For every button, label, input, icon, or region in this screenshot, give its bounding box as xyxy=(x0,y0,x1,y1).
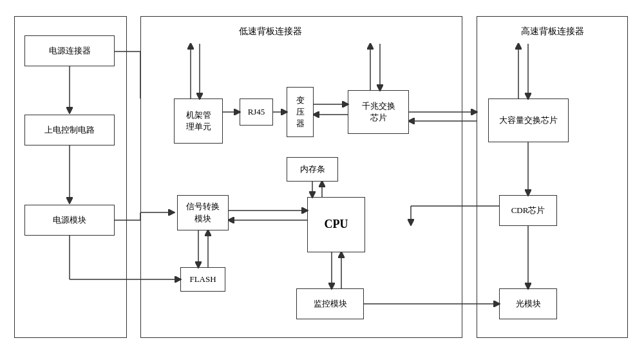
low-speed-backplane: 低速背板连接器 xyxy=(206,19,335,44)
rack-mgmt-box: 机架管 理单元 xyxy=(174,98,223,144)
diagram-container: 低速背板连接器 高速背板连接器 电源连接器 上电控制电路 电源模块 机架管 理单… xyxy=(0,0,644,356)
power-connector-box: 电源连接器 xyxy=(24,35,115,66)
memory-box: 内存条 xyxy=(287,157,338,182)
power-on-ctrl-box: 上电控制电路 xyxy=(24,115,115,145)
cpu-box: CPU xyxy=(307,197,365,252)
monitor-box: 监控模块 xyxy=(296,288,364,319)
power-module-box: 电源模块 xyxy=(24,205,115,236)
high-speed-backplane: 高速背板连接器 xyxy=(486,19,618,44)
signal-convert-box: 信号转换 模块 xyxy=(177,195,229,230)
rj45-box: RJ45 xyxy=(240,98,273,126)
large-switch-box: 大容量交换芯片 xyxy=(488,98,569,142)
gig-switch-box: 千兆交换 芯片 xyxy=(348,90,409,134)
cdr-chip-box: CDR芯片 xyxy=(499,195,557,226)
transformer-box: 变 压 器 xyxy=(287,87,314,137)
flash-box: FLASH xyxy=(180,267,225,292)
optical-module-box: 光模块 xyxy=(499,288,557,319)
